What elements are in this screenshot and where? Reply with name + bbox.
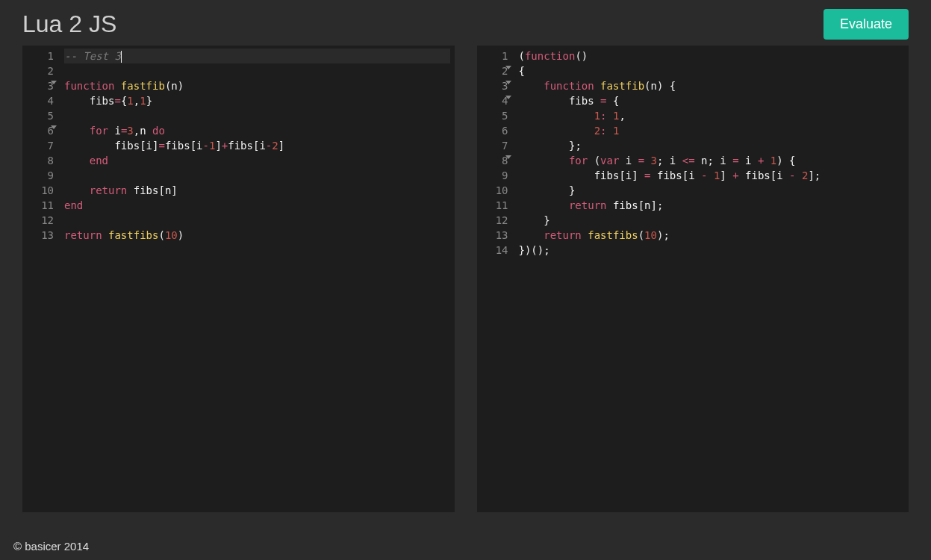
gutter: 1234567891011121314 <box>477 46 514 512</box>
code-area[interactable]: (function(){ function fastfib(n) { fibs … <box>514 46 909 512</box>
line-number: 7 <box>25 138 54 153</box>
line-number: 10 <box>480 183 508 198</box>
line-number: 6 <box>480 123 508 138</box>
code-line[interactable]: fibs={1,1} <box>64 93 450 108</box>
line-number: 14 <box>480 243 508 258</box>
code-line[interactable]: } <box>519 213 905 228</box>
text-cursor <box>121 51 122 63</box>
fold-icon[interactable] <box>505 155 511 159</box>
code-line[interactable]: }; <box>519 138 905 153</box>
fold-icon[interactable] <box>51 125 57 129</box>
line-number: 10 <box>25 183 54 198</box>
fold-icon[interactable] <box>505 96 511 99</box>
line-number: 8 <box>480 153 508 168</box>
code-line[interactable]: 2: 1 <box>519 123 905 138</box>
code-line[interactable]: fibs = { <box>519 93 905 108</box>
code-line[interactable] <box>64 168 450 183</box>
code-line[interactable] <box>64 108 450 123</box>
code-line[interactable]: return fibs[n] <box>64 183 450 198</box>
code-line[interactable]: { <box>519 63 905 78</box>
line-number: 2 <box>480 63 508 78</box>
code-line[interactable]: fibs[i]=fibs[i-1]+fibs[i-2] <box>64 138 450 153</box>
line-number: 6 <box>25 123 54 138</box>
line-number: 5 <box>25 108 54 123</box>
code-line[interactable]: function fastfib(n) { <box>519 78 905 93</box>
line-number: 9 <box>25 168 54 183</box>
line-number: 12 <box>25 213 54 228</box>
editors-container: 12345678910111213-- Test 3function fastf… <box>0 46 931 512</box>
line-number: 11 <box>480 198 508 213</box>
evaluate-button[interactable]: Evaluate <box>823 9 909 40</box>
code-line[interactable] <box>64 213 450 228</box>
page-title: Lua 2 JS <box>22 10 116 38</box>
fold-icon[interactable] <box>51 81 57 84</box>
code-area[interactable]: -- Test 3function fastfib(n) fibs={1,1} … <box>60 46 455 512</box>
code-line[interactable]: return fastfibs(10); <box>519 228 905 243</box>
code-line[interactable]: function fastfib(n) <box>64 78 450 93</box>
line-number: 11 <box>25 198 54 213</box>
line-number: 1 <box>480 49 508 63</box>
line-number: 4 <box>25 93 54 108</box>
code-line[interactable]: (function() <box>519 49 905 63</box>
code-line[interactable]: for i=3,n do <box>64 123 450 138</box>
line-number: 9 <box>480 168 508 183</box>
code-line[interactable]: for (var i = 3; i <= n; i = i + 1) { <box>519 153 905 168</box>
line-number: 13 <box>480 228 508 243</box>
code-line[interactable]: })(); <box>519 243 905 258</box>
line-number: 8 <box>25 153 54 168</box>
code-line[interactable]: end <box>64 198 450 213</box>
code-line[interactable]: return fibs[n]; <box>519 198 905 213</box>
line-number: 13 <box>25 228 54 243</box>
line-number: 12 <box>480 213 508 228</box>
code-line[interactable]: 1: 1, <box>519 108 905 123</box>
line-number: 1 <box>25 49 54 63</box>
line-number: 3 <box>480 78 508 93</box>
code-line[interactable]: return fastfibs(10) <box>64 228 450 243</box>
code-line[interactable]: end <box>64 153 450 168</box>
footer-copyright: © basicer 2014 <box>13 540 89 553</box>
line-number: 5 <box>480 108 508 123</box>
fold-icon[interactable] <box>505 81 511 84</box>
code-line[interactable] <box>64 63 450 78</box>
line-number: 3 <box>25 78 54 93</box>
code-line[interactable]: } <box>519 183 905 198</box>
code-line[interactable]: -- Test 3 <box>64 49 450 63</box>
fold-icon[interactable] <box>505 66 511 69</box>
line-number: 4 <box>480 93 508 108</box>
gutter: 12345678910111213 <box>22 46 60 512</box>
code-line[interactable]: fibs[i] = fibs[i - 1] + fibs[i - 2]; <box>519 168 905 183</box>
js-editor[interactable]: 1234567891011121314(function(){ function… <box>477 46 909 512</box>
header: Lua 2 JS Evaluate <box>0 0 931 46</box>
lua-editor[interactable]: 12345678910111213-- Test 3function fastf… <box>22 46 455 512</box>
line-number: 2 <box>25 63 54 78</box>
line-number: 7 <box>480 138 508 153</box>
